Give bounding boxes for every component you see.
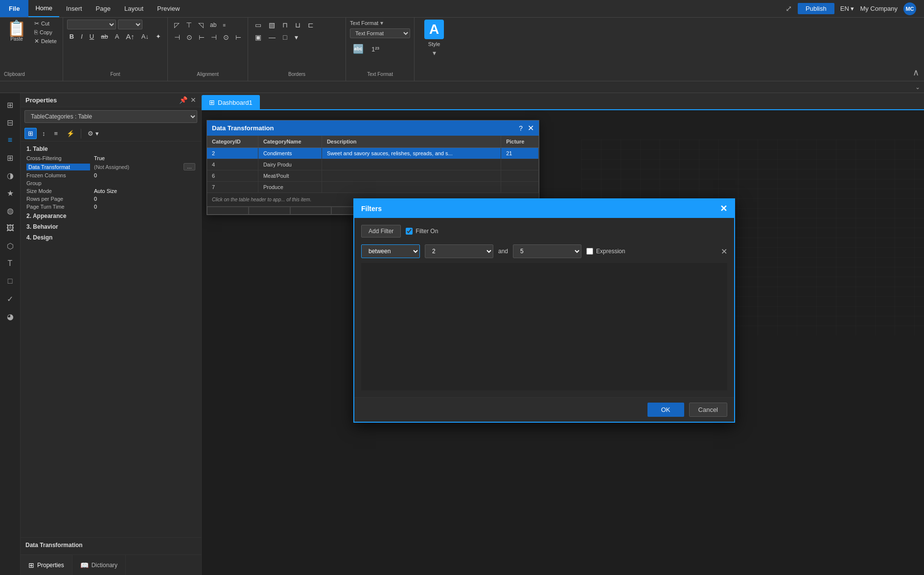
sidebar-icon-ring[interactable]: ◍ bbox=[2, 203, 18, 218]
sidebar-icon-text[interactable]: T bbox=[2, 256, 18, 271]
fill-color-btn[interactable]: ▣ bbox=[252, 32, 264, 43]
underline-button[interactable]: U bbox=[87, 32, 96, 41]
sidebar-icon-rect[interactable]: □ bbox=[2, 273, 18, 289]
font-shrink-btn[interactable]: A↓ bbox=[139, 32, 151, 41]
font-color-btn[interactable]: A bbox=[113, 32, 122, 41]
border-bottom[interactable]: ⊔ bbox=[292, 20, 303, 30]
language-selector[interactable]: EN ▾ bbox=[840, 5, 855, 12]
share-icon[interactable]: ⤢ bbox=[785, 4, 792, 13]
filter-delete-button[interactable]: ✕ bbox=[721, 247, 727, 256]
sidebar-icon-pie[interactable]: ◕ bbox=[2, 309, 18, 324]
sidebar-icon-filter[interactable]: ⬡ bbox=[2, 238, 18, 254]
prop-tool-gear[interactable]: ⚙ ▾ bbox=[84, 128, 102, 139]
bold-button[interactable]: B bbox=[67, 32, 76, 41]
prop-section-3[interactable]: 3. Behavior bbox=[21, 221, 201, 232]
sidebar-icon-circle[interactable]: ◑ bbox=[2, 168, 18, 183]
prop-section-4[interactable]: 4. Design bbox=[21, 232, 201, 243]
italic-button[interactable]: I bbox=[78, 32, 85, 41]
table-row[interactable]: 6 Meat/Poult bbox=[207, 170, 539, 182]
tab-dashboard1[interactable]: ⊞ Dashboard1 bbox=[202, 95, 260, 109]
cancel-button[interactable]: Cancel bbox=[689, 403, 727, 417]
ok-button[interactable]: OK bbox=[647, 403, 684, 417]
sidebar-icon-chart[interactable]: ≡ bbox=[2, 132, 18, 148]
font-grow-btn[interactable]: A↑ bbox=[123, 31, 137, 42]
prop-tool-lightning[interactable]: ⚡ bbox=[63, 128, 78, 139]
menu-layout[interactable]: Layout bbox=[117, 0, 150, 17]
ab-btn[interactable]: ab bbox=[208, 20, 219, 30]
align-right2[interactable]: ⊢ bbox=[233, 32, 244, 43]
table-row[interactable]: 7 Produce bbox=[207, 182, 539, 193]
prop-section-1[interactable]: 1. Table bbox=[21, 144, 201, 154]
expression-checkbox[interactable] bbox=[586, 248, 593, 255]
prop-tool-sort[interactable]: ↕ bbox=[39, 128, 49, 139]
prop-tool-list[interactable]: ≡ bbox=[51, 128, 62, 139]
border-box[interactable]: □ bbox=[280, 32, 290, 43]
table-row[interactable]: 4 Dairy Produ bbox=[207, 159, 539, 170]
align-top-left[interactable]: ◸ bbox=[172, 20, 182, 30]
font-name-select[interactable] bbox=[67, 20, 116, 29]
copy-button[interactable]: ⎘ Copy bbox=[32, 28, 59, 36]
style-aa-icon[interactable]: A bbox=[424, 20, 444, 39]
publish-button[interactable]: Publish bbox=[798, 3, 834, 14]
sidebar-icon-ok[interactable]: ✓ bbox=[2, 291, 18, 307]
text-format-dropdown-arrow[interactable]: ▾ bbox=[380, 20, 383, 26]
filter-on-checkbox[interactable] bbox=[406, 228, 413, 235]
table-row[interactable]: 2 Condiments Sweet and savory sauces, re… bbox=[207, 148, 539, 159]
menu-file[interactable]: File bbox=[0, 0, 28, 17]
menu-home[interactable]: Home bbox=[28, 0, 59, 17]
dt-close-button[interactable]: ✕ bbox=[528, 123, 534, 133]
align-top-center[interactable]: ⊤ bbox=[184, 20, 194, 30]
line-color-btn[interactable]: — bbox=[266, 32, 278, 43]
sidebar-icon-data[interactable]: ⊞ bbox=[2, 150, 18, 166]
sidebar-icon-star[interactable]: ★ bbox=[2, 185, 18, 201]
tab-properties[interactable]: ⊞ Properties bbox=[21, 555, 72, 575]
menu-preview[interactable]: Preview bbox=[150, 0, 186, 17]
tf-icon-btn-2[interactable]: 1²³ bbox=[369, 44, 382, 54]
menu-insert[interactable]: Insert bbox=[59, 0, 89, 17]
border-outer[interactable]: ▭ bbox=[252, 20, 264, 30]
border-top[interactable]: ⊓ bbox=[279, 20, 291, 30]
align-mid-left[interactable]: ⊣ bbox=[172, 32, 183, 43]
filters-close-button[interactable]: ✕ bbox=[720, 203, 727, 214]
border-inner[interactable]: ▧ bbox=[266, 20, 278, 30]
filter-operator-select[interactable]: between bbox=[361, 244, 420, 258]
style-expand-icon[interactable]: ▾ bbox=[433, 49, 436, 57]
sidebar-icon-dashboard[interactable]: ⊞ bbox=[2, 97, 18, 113]
clear-format-btn[interactable]: ✦ bbox=[153, 32, 163, 41]
align-top-right[interactable]: ◹ bbox=[196, 20, 206, 30]
filter-value1-select[interactable]: 2 bbox=[425, 244, 493, 258]
align-mid-left2[interactable]: ⊣ bbox=[208, 32, 219, 43]
prop-pin-btn[interactable]: 📌 bbox=[179, 96, 187, 104]
tf-icon-btn-1[interactable]: 🔤 bbox=[350, 42, 367, 56]
cut-button[interactable]: ✂ Cut bbox=[32, 20, 59, 27]
add-filter-button[interactable]: Add Filter bbox=[361, 225, 401, 238]
col-category-id[interactable]: CategoryID bbox=[207, 136, 258, 148]
strikethrough-button[interactable]: ab bbox=[98, 32, 110, 41]
border-expand[interactable]: ▾ bbox=[292, 32, 301, 43]
col-description[interactable]: Description bbox=[322, 136, 501, 148]
sidebar-icon-image[interactable]: 🖼 bbox=[2, 220, 18, 236]
align-mid-right[interactable]: ⊢ bbox=[196, 32, 207, 43]
delete-button[interactable]: ✕ Delete bbox=[32, 37, 59, 45]
font-size-select[interactable] bbox=[118, 20, 142, 29]
text-format-select[interactable]: Text Format bbox=[350, 28, 410, 38]
prop-table-dropdown[interactable]: TableCategories : Table bbox=[24, 110, 197, 123]
dt-help-button[interactable]: ? bbox=[519, 123, 523, 133]
ribbon-expand-row[interactable]: ⌄ bbox=[0, 81, 924, 93]
col-picture[interactable]: Picture bbox=[501, 136, 539, 148]
wrap-btn[interactable]: ≡ bbox=[220, 20, 228, 30]
paste-button[interactable]: 📋 Paste bbox=[4, 20, 29, 43]
align-center2[interactable]: ⊙ bbox=[221, 32, 231, 43]
ribbon-expand-btn[interactable]: ∧ bbox=[913, 18, 924, 81]
border-left[interactable]: ⊏ bbox=[305, 20, 317, 30]
prop-tool-grid[interactable]: ⊞ bbox=[24, 128, 37, 139]
filter-on-label[interactable]: Filter On bbox=[406, 228, 438, 235]
col-category-name[interactable]: CategoryName bbox=[258, 136, 322, 148]
filter-value2-select[interactable]: 5 bbox=[513, 244, 581, 258]
prop-section-2[interactable]: 2. Appearance bbox=[21, 211, 201, 221]
data-transformation-edit-btn[interactable]: … bbox=[184, 163, 195, 170]
tab-dictionary[interactable]: 📖 Dictionary bbox=[72, 555, 126, 575]
align-center[interactable]: ⊙ bbox=[184, 32, 195, 43]
expression-label[interactable]: Expression bbox=[586, 248, 625, 255]
sidebar-icon-table[interactable]: ⊟ bbox=[2, 115, 18, 130]
